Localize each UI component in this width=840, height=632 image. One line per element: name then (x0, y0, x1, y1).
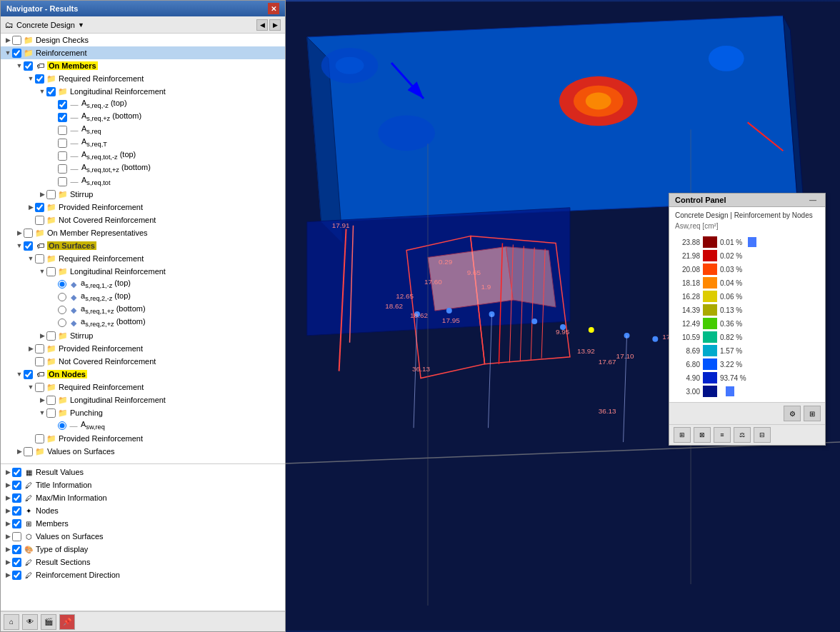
tree-item-req-reinf-surf[interactable]: ▼ 📁 Required Reinforcement (1, 252, 285, 265)
nav-next-button[interactable]: ▶ (269, 19, 281, 31)
cb-reinforcement[interactable] (12, 49, 21, 58)
cb-type-display[interactable] (12, 545, 21, 554)
tree-item-as-req[interactable]: ▶ — As,req (1, 124, 285, 136)
cb-punching[interactable] (46, 408, 56, 418)
cp-tool-5[interactable]: ⊟ (754, 427, 771, 443)
expand-result-sections[interactable]: ▶ (4, 558, 12, 566)
expand-stirrup-surf[interactable]: ▶ (38, 331, 46, 340)
expand-nodes-disp[interactable]: ▶ (4, 506, 12, 515)
pin-button[interactable]: 📌 (59, 614, 75, 630)
tree-item-on-nodes[interactable]: ▼ 🏷 On Nodes (1, 368, 285, 381)
expand-on-surfaces[interactable]: ▼ (15, 241, 24, 250)
tree-item-reinforcement[interactable]: ▼ 📁 Reinforcement (1, 46, 285, 59)
cb-on-nodes[interactable] (24, 370, 33, 379)
expand-values-surf-disp[interactable]: ▶ (4, 532, 12, 541)
cb-provided-reinf[interactable] (35, 203, 44, 212)
tree-item-result-sections[interactable]: ▶ 🖊 Result Sections (1, 556, 285, 568)
tree-item-as-req2-top[interactable]: ▶ ◆ as,req,2,-z (top) (1, 291, 285, 304)
radio-as-req1-top[interactable] (58, 280, 66, 289)
cb-result-values[interactable] (12, 468, 21, 477)
expand-members-disp[interactable]: ▶ (4, 519, 12, 528)
tree-item-on-surfaces[interactable]: ▼ 🏷 On Surfaces (1, 239, 285, 252)
expand-punching[interactable]: ▼ (38, 408, 46, 417)
nav-prev-button[interactable]: ◀ (256, 19, 268, 31)
tree-item-maxmin-info[interactable]: ▶ 🖊 Max/Min Information (1, 491, 285, 504)
radio-asw-req[interactable] (58, 421, 66, 430)
cb-title-info[interactable] (12, 481, 21, 490)
cp-tool-1[interactable]: ⊞ (674, 427, 691, 443)
tree-item-provided-nodes[interactable]: ▶ 📁 Provided Reinforcement (1, 432, 285, 445)
cb-member-reps[interactable] (24, 229, 33, 238)
expand-req-reinf[interactable]: ▼ (26, 74, 35, 83)
cb-as-req[interactable] (58, 126, 67, 135)
cb-as-req-z-bot[interactable] (58, 113, 67, 122)
cb-nodes-disp[interactable] (12, 506, 21, 516)
tree-item-req-reinf[interactable]: ▼ 📁 Required Reinforcement (1, 72, 285, 85)
tree-item-as-req-tot-top[interactable]: ▶ — As,req,tot,-z (top) (1, 149, 285, 162)
cb-result-sections[interactable] (12, 558, 21, 567)
expand-provided-surf[interactable]: ▶ (26, 344, 35, 353)
cb-as-req-t[interactable] (58, 139, 67, 148)
cb-as-req-z-top[interactable] (58, 100, 67, 109)
cp-minimize-button[interactable]: — (806, 196, 819, 204)
tree-item-as-req-tot-bot[interactable]: ▶ — As,req,tot,+z (bottom) (1, 162, 285, 175)
expand-long-reinf[interactable]: ▼ (38, 87, 46, 96)
dropdown-arrow[interactable]: ▼ (78, 21, 84, 29)
tree-item-asw-req[interactable]: ▶ — Asw,req (1, 419, 285, 432)
home-button[interactable]: ⌂ (4, 614, 19, 630)
tree-item-on-members[interactable]: ▼ 🏷 On Members (1, 59, 285, 72)
tree-item-as-req-tot[interactable]: ▶ — As,req,tot (1, 175, 285, 188)
cb-not-covered-surf[interactable] (35, 357, 44, 366)
tree-item-provided-reinf-surf[interactable]: ▶ 📁 Provided Reinforcement (1, 342, 285, 355)
expand-on-members[interactable]: ▼ (15, 61, 24, 70)
expand-req-reinf-nodes[interactable]: ▼ (26, 383, 35, 391)
cb-as-req-tot[interactable] (58, 177, 67, 186)
cp-tool-2[interactable]: ⊠ (694, 427, 711, 443)
cb-on-surfaces[interactable] (24, 241, 33, 251)
camera-button[interactable]: 🎬 (41, 614, 56, 630)
tree-item-long-reinf-nodes[interactable]: ▶ 📁 Longitudinal Reinforcement (1, 393, 285, 406)
cb-req-reinf-surf[interactable] (35, 254, 44, 264)
expand-result-values[interactable]: ▶ (4, 468, 12, 476)
expand-values-surfaces[interactable]: ▶ (15, 447, 24, 456)
tree-item-as-req1-bot[interactable]: ▶ ◆ as,req,1,+z (bottom) (1, 304, 285, 316)
tree-item-long-reinf-surf[interactable]: ▼ 📁 Longitudinal Reinforcement (1, 265, 285, 278)
expand-title-info[interactable]: ▶ (4, 481, 12, 489)
tree-item-not-covered-surf[interactable]: ▶ 📁 Not Covered Reinforcement (1, 355, 285, 368)
expand-long-reinf-surf[interactable]: ▼ (38, 267, 46, 276)
cb-as-req-tot-top[interactable] (58, 151, 67, 161)
cp-tool-3[interactable]: ≡ (714, 427, 731, 443)
expand-member-reps[interactable]: ▶ (15, 229, 24, 237)
cb-long-reinf-nodes[interactable] (46, 396, 56, 405)
tree-item-provided-reinf[interactable]: ▶ 📁 Provided Reinforcement (1, 201, 285, 214)
cb-values-surfaces[interactable] (24, 447, 33, 456)
cb-req-reinf-nodes[interactable] (35, 383, 44, 392)
cb-stirrup-members[interactable] (46, 190, 56, 199)
cb-as-req-tot-bot[interactable] (58, 164, 67, 174)
tree-item-as-req2-bot[interactable]: ▶ ◆ as,req,2,+z (bottom) (1, 316, 285, 329)
tree-item-punching[interactable]: ▼ 📁 Punching (1, 406, 285, 419)
expand-type-display[interactable]: ▶ (4, 545, 12, 553)
cb-design-checks[interactable] (12, 36, 21, 45)
eye-button[interactable]: 👁 (22, 614, 38, 630)
tree-item-reinf-direction[interactable]: ▶ 🖊 Reinforcement Direction (1, 568, 285, 581)
tree-item-as-req-z-bot[interactable]: ▶ — As,req,+z (bottom) (1, 111, 285, 124)
tree-item-not-covered[interactable]: ▶ 📁 Not Covered Reinforcement (1, 214, 285, 226)
expand-design-checks[interactable]: ▶ (4, 36, 12, 44)
cb-on-members[interactable] (24, 61, 33, 71)
cb-reinf-direction[interactable] (12, 571, 21, 580)
cb-not-covered[interactable] (35, 216, 44, 225)
radio-as-req2-top[interactable] (58, 293, 66, 301)
tree-item-on-member-reps[interactable]: ▶ 📁 On Member Representatives (1, 226, 285, 239)
tree-item-stirrup-surf[interactable]: ▶ 📁 Stirrup (1, 329, 285, 342)
expand-stirrup[interactable]: ▶ (38, 190, 46, 199)
cb-values-surf-disp[interactable] (12, 532, 21, 541)
expand-provided-reinf[interactable]: ▶ (26, 203, 35, 211)
tree-item-values-surf-disp[interactable]: ▶ ⬡ Values on Surfaces (1, 530, 285, 543)
tree-item-as-req1-top[interactable]: ▶ ◆ as,req,1,-z (top) (1, 278, 285, 291)
cb-long-reinf[interactable] (46, 87, 56, 96)
cp-tool-4[interactable]: ⚖ (734, 427, 751, 443)
cb-provided-nodes[interactable] (35, 434, 44, 443)
cb-stirrup-surf[interactable] (46, 331, 56, 341)
expand-reinf-direction[interactable]: ▶ (4, 571, 12, 579)
